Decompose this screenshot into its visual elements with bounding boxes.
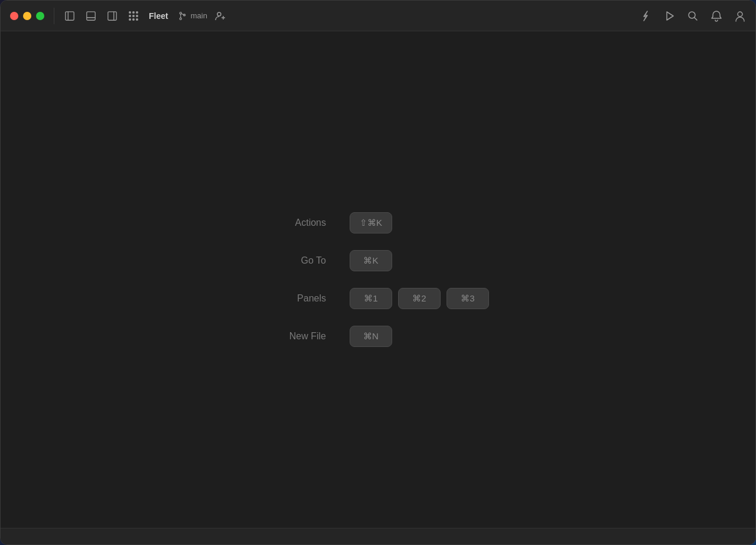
actions-key-shift-cmd-k[interactable]: ⇧⌘K (350, 212, 392, 233)
branch-selector[interactable]: main (178, 11, 207, 21)
shortcut-row-goto: Go To ⌘K (267, 250, 392, 271)
goto-keys: ⌘K (350, 250, 392, 271)
shortcut-row-new-file: New File ⌘N (267, 326, 392, 347)
actions-keys: ⇧⌘K (350, 212, 392, 233)
traffic-lights (10, 12, 44, 20)
minimize-button[interactable] (23, 12, 31, 20)
new-file-key-cmd-n[interactable]: ⌘N (350, 326, 392, 347)
main-content: Actions ⇧⌘K Go To ⌘K Panels ⌘1 ⌘2 ⌘3 (1, 31, 755, 528)
branch-name: main (191, 11, 207, 20)
panels-key-cmd-2[interactable]: ⌘2 (398, 288, 441, 309)
panels-key-cmd-1[interactable]: ⌘1 (350, 288, 392, 309)
shortcut-row-panels: Panels ⌘1 ⌘2 ⌘3 (267, 288, 489, 309)
divider-1 (54, 8, 54, 24)
add-collaborator-button[interactable] (214, 10, 226, 22)
panels-keys: ⌘1 ⌘2 ⌘3 (350, 288, 489, 309)
play-icon[interactable] (663, 10, 675, 22)
svg-line-14 (695, 17, 698, 20)
shortcuts-list: Actions ⇧⌘K Go To ⌘K Panels ⌘1 ⌘2 ⌘3 (267, 212, 489, 347)
bottom-bar (1, 528, 755, 544)
svg-rect-0 (66, 11, 74, 20)
new-file-label: New File (267, 331, 326, 342)
svg-point-15 (738, 12, 742, 17)
goto-key-cmd-k[interactable]: ⌘K (350, 250, 392, 271)
shortcut-row-actions: Actions ⇧⌘K (267, 212, 392, 233)
panels-key-cmd-3[interactable]: ⌘3 (447, 288, 489, 309)
bell-icon[interactable] (711, 10, 722, 22)
titlebar: Fleet main (1, 1, 755, 31)
svg-point-9 (217, 12, 221, 16)
close-button[interactable] (10, 12, 18, 20)
left-sidebar-icon[interactable] (64, 10, 76, 22)
grid-menu-icon[interactable] (128, 10, 139, 22)
right-sidebar-icon[interactable] (106, 10, 118, 22)
titlebar-right-actions (640, 10, 746, 22)
app-name: Fleet (149, 11, 168, 21)
bottom-panel-icon[interactable] (85, 10, 97, 22)
lightning-icon[interactable] (640, 10, 651, 22)
svg-marker-12 (667, 12, 673, 20)
svg-rect-2 (87, 11, 95, 20)
user-icon[interactable] (734, 10, 746, 22)
goto-label: Go To (267, 255, 326, 266)
app-window: Fleet main (0, 0, 756, 545)
svg-rect-4 (108, 11, 116, 20)
panels-label: Panels (267, 293, 326, 304)
search-icon[interactable] (687, 10, 699, 22)
maximize-button[interactable] (36, 12, 44, 20)
actions-label: Actions (267, 218, 326, 228)
panel-icons (64, 10, 139, 22)
new-file-keys: ⌘N (350, 326, 392, 347)
